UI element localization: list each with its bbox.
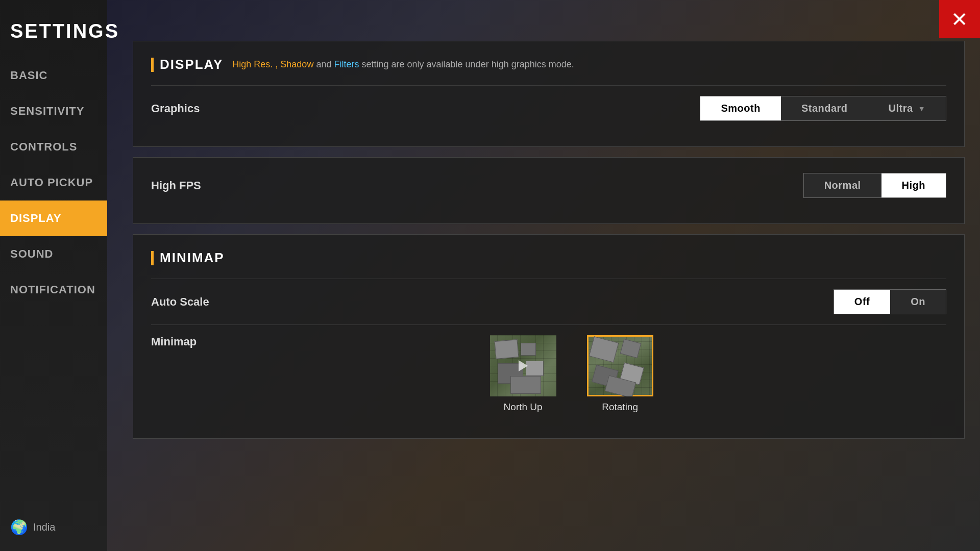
- auto-scale-row: Auto Scale Off On: [151, 279, 946, 324]
- high-fps-panel: High FPS Normal High: [133, 157, 965, 224]
- north-up-play-indicator: [519, 360, 528, 371]
- high-fps-label: High FPS: [151, 179, 201, 192]
- display-section-header: DISPLAY High Res. , Shadow and Filters s…: [151, 57, 946, 72]
- graphics-row: Graphics Smooth Standard Ultra ▼: [151, 85, 946, 131]
- sidebar-item-sensitivity[interactable]: SENSITIVITY: [0, 93, 107, 129]
- minimap-rotating-option[interactable]: Rotating: [587, 335, 653, 413]
- sidebar-item-sound[interactable]: SOUND: [0, 236, 107, 272]
- minimap-label: Minimap: [151, 335, 197, 348]
- app-title: SETTINGS: [0, 10, 107, 58]
- graphics-label: Graphics: [151, 102, 200, 115]
- minimap-section-header: MINIMAP: [151, 250, 946, 266]
- minimap-rotating-label: Rotating: [602, 402, 638, 413]
- close-icon: ✕: [951, 9, 968, 30]
- sidebar-item-notification[interactable]: NOTIFICATION: [0, 272, 107, 308]
- sidebar-item-basic[interactable]: BASIC: [0, 58, 107, 93]
- minimap-rotating-thumb: [587, 335, 653, 396]
- graphics-toggle-group: Smooth Standard Ultra ▼: [700, 96, 946, 121]
- minimap-options: North Up: [197, 335, 946, 413]
- minimap-north-up-option[interactable]: North Up: [490, 335, 556, 413]
- sidebar-item-auto-pickup[interactable]: AUTO PICKUP: [0, 165, 107, 201]
- fps-normal-btn[interactable]: Normal: [804, 173, 881, 197]
- display-subtitle-highres: High Res. , Shadow: [232, 59, 313, 69]
- auto-scale-label: Auto Scale: [151, 295, 209, 309]
- globe-icon: 🌍: [10, 519, 28, 536]
- main-content: DISPLAY High Res. , Shadow and Filters s…: [133, 41, 965, 510]
- auto-scale-on-btn[interactable]: On: [890, 290, 946, 314]
- close-button[interactable]: ✕: [939, 0, 980, 38]
- graphics-standard-btn[interactable]: Standard: [781, 96, 868, 120]
- auto-scale-off-btn[interactable]: Off: [834, 290, 890, 314]
- ultra-label: Ultra: [889, 103, 913, 114]
- display-title: DISPLAY: [160, 57, 223, 72]
- display-subtitle-filters: Filters: [334, 59, 359, 69]
- display-subtitle-and: and: [316, 59, 334, 69]
- graphics-smooth-btn[interactable]: Smooth: [700, 96, 780, 120]
- minimap-panel: MINIMAP Auto Scale Off On Minimap: [133, 234, 965, 439]
- sidebar-footer: 🌍 India: [10, 519, 55, 536]
- display-subtitle-suffix: setting are only available under high gr…: [361, 59, 574, 69]
- sidebar: SETTINGS BASIC SENSITIVITY CONTROLS AUTO…: [0, 0, 107, 551]
- display-panel: DISPLAY High Res. , Shadow and Filters s…: [133, 41, 965, 147]
- minimap-title: MINIMAP: [160, 250, 225, 266]
- ultra-dropdown-arrow: ▼: [918, 105, 925, 113]
- section-bar-minimap: [151, 251, 154, 265]
- graphics-ultra-btn[interactable]: Ultra ▼: [868, 96, 946, 120]
- sidebar-item-controls[interactable]: CONTROLS: [0, 129, 107, 165]
- auto-scale-toggle-group: Off On: [834, 289, 946, 314]
- fps-high-btn[interactable]: High: [881, 173, 946, 197]
- minimap-north-up-label: North Up: [504, 402, 543, 413]
- high-fps-toggle-group: Normal High: [803, 173, 946, 198]
- section-bar-display: [151, 58, 154, 72]
- region-label: India: [33, 521, 55, 533]
- high-fps-row: High FPS Normal High: [151, 173, 946, 208]
- minimap-row: Minimap: [151, 324, 946, 423]
- minimap-north-up-thumb: [490, 335, 556, 396]
- sidebar-item-display[interactable]: DISPLAY: [0, 201, 107, 236]
